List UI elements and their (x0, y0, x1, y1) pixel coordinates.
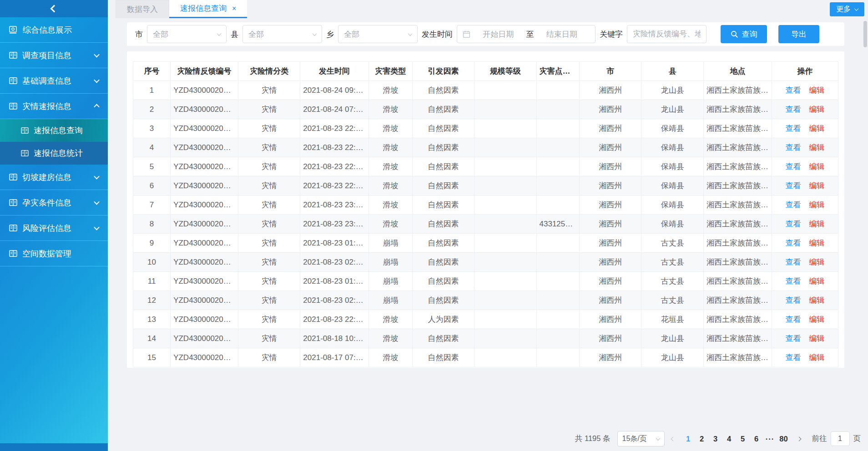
cell-actions: 查看编辑 (772, 329, 838, 348)
sidebar-item-disaster-report[interactable]: 灾情速报信息 (0, 94, 108, 119)
page-button-3[interactable]: 3 (709, 435, 722, 443)
cell-location: 湘西土家族苗族自... (703, 119, 772, 138)
sidebar-item-label: 风险评估信息 (22, 223, 95, 234)
view-link[interactable]: 查看 (786, 258, 801, 266)
page-button-2[interactable]: 2 (695, 435, 709, 443)
cell-city: 湘西州 (580, 176, 641, 195)
view-link[interactable]: 查看 (786, 143, 801, 152)
date-range-picker[interactable]: 开始日期 至 结束日期 (457, 25, 595, 43)
city-select[interactable]: 全部 (147, 25, 227, 43)
edit-link[interactable]: 编辑 (809, 353, 825, 362)
sidebar-item-hazard-conditions[interactable]: 孕灾条件信息 (0, 190, 108, 215)
view-link[interactable]: 查看 (786, 162, 801, 171)
page-button-5[interactable]: 5 (736, 435, 750, 443)
cell-index: 14 (133, 329, 171, 348)
scrollbar-thumb[interactable] (863, 21, 867, 47)
cell-actions: 查看编辑 (772, 272, 838, 291)
page-button-6[interactable]: 6 (750, 435, 763, 443)
edit-link[interactable]: 编辑 (809, 86, 825, 95)
page-ellipsis[interactable]: ··· (763, 435, 777, 443)
cell-county: 古丈县 (641, 291, 703, 310)
sidebar-item-basic-survey[interactable]: 基础调查信息 (0, 68, 108, 94)
view-link[interactable]: 查看 (786, 353, 801, 362)
page-button-80[interactable]: 80 (777, 435, 791, 443)
view-link[interactable]: 查看 (786, 105, 801, 114)
cell-index: 15 (133, 348, 171, 367)
table-row: 8 YZD43000020210... 灾情 2021-08-23 23:00:… (133, 215, 838, 234)
export-button[interactable]: 导出 (778, 25, 819, 43)
sidebar-subitem-report-stats[interactable]: 速报信息统计 (0, 142, 108, 165)
edit-link[interactable]: 编辑 (809, 277, 825, 286)
edit-link[interactable]: 编辑 (809, 143, 825, 152)
cell-classification: 灾情 (238, 348, 300, 367)
edit-link[interactable]: 编辑 (809, 181, 825, 190)
prev-page-button[interactable] (668, 437, 678, 441)
goto-page-input[interactable] (831, 431, 850, 446)
cell-scale-level (474, 348, 536, 367)
county-select[interactable]: 全部 (242, 25, 322, 43)
sidebar-item-slope-housing[interactable]: 切坡建房信息 (0, 165, 108, 190)
cell-location: 湘西土家族苗族自... (703, 310, 772, 329)
cell-occurrence-time: 2021-08-23 22:00:00 (300, 157, 368, 176)
sidebar-subitem-report-query[interactable]: 速报信息查询 (0, 119, 108, 142)
cell-city: 湘西州 (580, 195, 641, 215)
edit-link[interactable]: 编辑 (809, 258, 825, 266)
sidebar-item-survey-project[interactable]: 调查项目信息 (0, 43, 108, 68)
close-icon[interactable]: × (232, 5, 236, 12)
chevron-down-icon (854, 6, 859, 11)
start-date-input[interactable]: 开始日期 (470, 29, 526, 40)
keyword-input[interactable] (627, 25, 707, 43)
sidebar-item-comprehensive-display[interactable]: 综合信息展示 (0, 17, 108, 43)
view-link[interactable]: 查看 (786, 334, 801, 343)
table-icon (9, 225, 17, 231)
cell-trigger-factor: 自然因素 (412, 138, 474, 157)
cell-county: 保靖县 (641, 195, 703, 215)
view-link[interactable]: 查看 (786, 86, 801, 95)
page-size-select[interactable]: 15条/页 (617, 431, 665, 446)
page-button-4[interactable]: 4 (722, 435, 736, 443)
query-button[interactable]: 查询 (721, 25, 767, 43)
view-link[interactable]: 查看 (786, 315, 801, 324)
cell-trigger-factor: 自然因素 (412, 348, 474, 367)
township-label: 乡 (326, 29, 334, 40)
view-link[interactable]: 查看 (786, 124, 801, 133)
table-row: 13 YZD43000020210... 灾情 2021-08-23 22:30… (133, 310, 838, 329)
edit-link[interactable]: 编辑 (809, 200, 825, 209)
edit-link[interactable]: 编辑 (809, 239, 825, 247)
cell-disaster-type: 滑坡 (368, 100, 412, 119)
cell-point-code (536, 329, 580, 348)
sidebar-item-risk-assessment[interactable]: 风险评估信息 (0, 215, 108, 241)
view-link[interactable]: 查看 (786, 296, 801, 305)
chevron-down-icon (94, 199, 100, 205)
edit-link[interactable]: 编辑 (809, 296, 825, 305)
township-select[interactable]: 全部 (338, 25, 418, 43)
cell-city: 湘西州 (580, 138, 641, 157)
next-page-button[interactable] (794, 437, 804, 441)
end-date-input[interactable]: 结束日期 (534, 29, 590, 40)
edit-link[interactable]: 编辑 (809, 334, 825, 343)
column-header: 县 (641, 62, 703, 81)
view-link[interactable]: 查看 (786, 277, 801, 286)
edit-link[interactable]: 编辑 (809, 105, 825, 114)
cell-classification: 灾情 (238, 119, 300, 138)
view-link[interactable]: 查看 (786, 220, 801, 228)
tab-data-import[interactable]: 数据导入 (116, 0, 169, 18)
cell-point-code (536, 291, 580, 310)
cell-actions: 查看编辑 (772, 100, 838, 119)
edit-link[interactable]: 编辑 (809, 315, 825, 324)
view-link[interactable]: 查看 (786, 181, 801, 190)
view-link[interactable]: 查看 (786, 239, 801, 247)
sidebar-collapse-button[interactable] (0, 0, 108, 17)
page-button-1[interactable]: 1 (681, 435, 695, 443)
edit-link[interactable]: 编辑 (809, 162, 825, 171)
view-link[interactable]: 查看 (786, 200, 801, 209)
edit-link[interactable]: 编辑 (809, 220, 825, 228)
sidebar-item-spatial-data[interactable]: 空间数据管理 (0, 241, 108, 266)
edit-link[interactable]: 编辑 (809, 124, 825, 133)
more-button[interactable]: 更多 (830, 2, 864, 16)
table-body: 1 YZD43000020210... 灾情 2021-08-24 09:05:… (133, 81, 838, 367)
tab-report-query[interactable]: 速报信息查询 × (169, 0, 247, 18)
cell-feedback-code: YZD43000020210... (171, 291, 238, 310)
cell-point-code (536, 234, 580, 253)
cell-classification: 灾情 (238, 234, 300, 253)
